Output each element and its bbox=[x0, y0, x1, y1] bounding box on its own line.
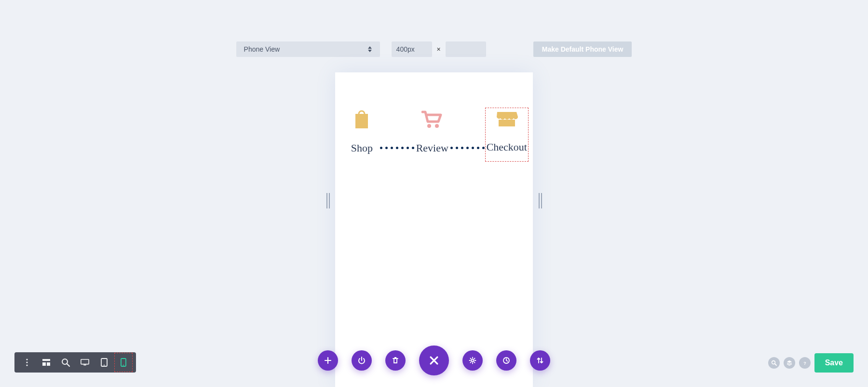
add-icon bbox=[324, 357, 332, 364]
step-review[interactable]: Review bbox=[414, 110, 450, 154]
svg-line-21 bbox=[775, 364, 776, 365]
power-icon bbox=[358, 357, 366, 364]
resize-handle-right[interactable] bbox=[537, 193, 543, 208]
step-checkout[interactable]: Checkout bbox=[485, 107, 529, 162]
width-value: 400px bbox=[396, 45, 415, 53]
tablet-icon[interactable] bbox=[95, 352, 114, 373]
gear-icon bbox=[469, 357, 476, 364]
svg-rect-9 bbox=[47, 362, 50, 366]
svg-rect-8 bbox=[42, 362, 46, 366]
svg-point-2 bbox=[435, 124, 439, 128]
view-switch-toolbar bbox=[14, 352, 136, 373]
main-action-toolbar bbox=[318, 346, 550, 375]
search-button[interactable] bbox=[768, 357, 780, 369]
view-mode-select[interactable]: Phone View bbox=[236, 41, 380, 57]
trash-button[interactable] bbox=[385, 350, 406, 371]
view-mode-label: Phone View bbox=[244, 45, 280, 53]
svg-point-1 bbox=[427, 124, 431, 128]
svg-point-15 bbox=[104, 365, 105, 366]
phone-icon[interactable] bbox=[114, 352, 133, 373]
storefront-icon bbox=[495, 109, 518, 128]
bottom-right-toolbar: ? Save bbox=[768, 353, 854, 373]
add-button[interactable] bbox=[318, 350, 338, 371]
settings-button[interactable] bbox=[462, 350, 483, 371]
resize-handle-left[interactable] bbox=[325, 193, 331, 208]
step-label: Checkout bbox=[487, 141, 527, 153]
close-button[interactable] bbox=[419, 346, 449, 375]
width-input[interactable]: 400px bbox=[392, 41, 432, 57]
svg-point-18 bbox=[472, 359, 474, 362]
svg-point-4 bbox=[26, 359, 27, 360]
dimension-separator: × bbox=[437, 45, 441, 53]
svg-point-17 bbox=[123, 365, 124, 366]
dimensions-group: 400px × bbox=[392, 41, 486, 57]
preview-canvas-wrap: Shop Review bbox=[335, 72, 533, 387]
svg-rect-0 bbox=[355, 114, 368, 128]
step-connector-dots bbox=[450, 147, 485, 149]
help-button[interactable]: ? bbox=[799, 357, 811, 369]
save-button[interactable]: Save bbox=[814, 353, 854, 373]
trash-icon bbox=[392, 357, 399, 364]
layers-button[interactable] bbox=[784, 357, 795, 369]
top-controls: Phone View 400px × Make Default Phone Vi… bbox=[0, 41, 868, 57]
step-label: Shop bbox=[351, 142, 373, 154]
make-default-phone-view-button[interactable]: Make Default Phone View bbox=[533, 41, 632, 57]
help-icon: ? bbox=[802, 360, 808, 366]
height-input[interactable] bbox=[446, 41, 486, 57]
make-default-label: Make Default Phone View bbox=[542, 45, 624, 53]
step-connector-dots bbox=[380, 147, 414, 149]
zoom-icon[interactable] bbox=[56, 352, 75, 373]
svg-rect-3 bbox=[499, 120, 515, 126]
shopping-bag-icon bbox=[353, 110, 370, 129]
sort-icon bbox=[536, 357, 544, 364]
svg-text:?: ? bbox=[803, 361, 806, 366]
save-label: Save bbox=[825, 359, 843, 367]
svg-point-6 bbox=[26, 364, 27, 366]
svg-rect-12 bbox=[81, 359, 89, 364]
power-button[interactable] bbox=[352, 350, 372, 371]
svg-rect-13 bbox=[83, 365, 86, 366]
preview-canvas[interactable]: Shop Review bbox=[335, 72, 533, 387]
svg-line-11 bbox=[67, 364, 69, 366]
checkout-steps-row: Shop Review bbox=[344, 110, 524, 162]
history-button[interactable] bbox=[496, 350, 516, 371]
sort-button[interactable] bbox=[530, 350, 550, 371]
layers-icon bbox=[787, 360, 792, 366]
search-icon bbox=[771, 360, 777, 366]
step-shop[interactable]: Shop bbox=[344, 110, 380, 154]
svg-point-5 bbox=[26, 361, 27, 363]
close-icon bbox=[429, 355, 439, 366]
svg-rect-7 bbox=[42, 359, 50, 361]
desktop-icon[interactable] bbox=[75, 352, 95, 373]
step-label: Review bbox=[416, 142, 448, 154]
clock-icon bbox=[502, 357, 510, 364]
wireframe-icon[interactable] bbox=[37, 352, 56, 373]
more-icon[interactable] bbox=[17, 352, 37, 373]
cart-icon bbox=[421, 110, 443, 129]
chevron-sort-icon bbox=[367, 46, 372, 53]
